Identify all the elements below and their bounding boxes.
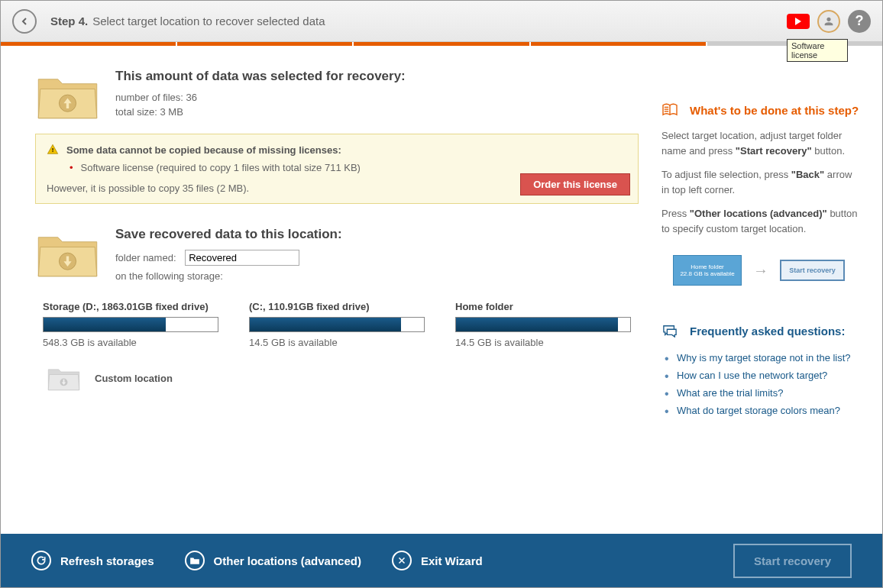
storage-hint: on the following storage: — [115, 270, 639, 282]
faq-link[interactable]: How can I use the network target? — [661, 367, 859, 384]
folder-name-input[interactable] — [185, 250, 299, 266]
license-warning: ! Some data cannot be copied because of … — [35, 134, 639, 204]
step-description: Select target location to recover select… — [92, 15, 325, 27]
refresh-storages-button[interactable]: Refresh storages — [31, 551, 154, 570]
header: Step 4. Select target location to recove… — [1, 1, 882, 42]
book-icon — [661, 103, 678, 117]
help-heading: What's to be done at this step? — [661, 103, 859, 117]
warning-title-text: Some data cannot be copied because of mi… — [66, 144, 341, 156]
user-icon — [823, 15, 835, 27]
other-locations-button[interactable]: Other locations (advanced) — [185, 551, 361, 570]
youtube-icon[interactable] — [787, 14, 810, 29]
chat-icon — [661, 324, 678, 338]
folder-grey-icon — [47, 363, 81, 393]
custom-location-option[interactable]: Custom location — [47, 363, 639, 393]
warning-icon: ! — [47, 144, 59, 156]
tooltip-software-license: Software license — [787, 39, 848, 62]
close-icon — [397, 556, 406, 565]
total-size: total size: 3 MB — [115, 106, 639, 118]
file-count: number of files: 36 — [115, 92, 639, 103]
summary-section: This amount of data was selected for rec… — [35, 69, 639, 122]
arrow-left-icon — [18, 15, 31, 27]
storage-option[interactable]: Storage (D:, 1863.01GB fixed drive) 548.… — [43, 301, 218, 348]
faq-heading: Frequently asked questions: — [661, 324, 859, 338]
save-title: Save recovered data to this location: — [115, 227, 639, 242]
folder-up-icon — [35, 69, 100, 122]
storage-option[interactable]: (C:, 110.91GB fixed drive) 14.5 GB is av… — [249, 301, 425, 348]
help-paragraph: To adjust file selection, press "Back" a… — [661, 167, 859, 197]
custom-location-label: Custom location — [95, 373, 173, 384]
save-location-section: Save recovered data to this location: fo… — [35, 227, 639, 282]
faq-link[interactable]: What do target storage colors mean? — [661, 402, 859, 419]
arrow-right-icon: → — [753, 262, 768, 279]
back-button[interactable] — [12, 9, 37, 34]
demo-illustration: Home folder22.8 GB is available → Start … — [673, 255, 859, 286]
folder-down-icon — [35, 227, 100, 280]
faq-list: Why is my target storage not in the list… — [661, 349, 859, 419]
warning-item: Software license (required to copy 1 fil… — [70, 162, 627, 173]
faq-link[interactable]: Why is my target storage not in the list… — [661, 349, 859, 367]
step-number: Step 4. — [50, 15, 88, 27]
user-button[interactable] — [817, 10, 840, 33]
refresh-icon — [36, 555, 47, 566]
folder-name-label: folder named: — [115, 252, 176, 263]
footer: Refresh storages Other locations (advanc… — [1, 534, 882, 587]
storage-option[interactable]: Home folder 14.5 GB is available — [455, 301, 631, 348]
help-button[interactable]: ? — [848, 10, 871, 33]
progress-bar — [1, 42, 882, 46]
help-paragraph: Press "Other locations (advanced)" butto… — [661, 206, 859, 236]
help-paragraph: Select target location, adjust target fo… — [661, 128, 859, 158]
summary-title: This amount of data was selected for rec… — [115, 69, 639, 84]
start-recovery-button[interactable]: Start recovery — [733, 544, 852, 578]
storage-list: Storage (D:, 1863.01GB fixed drive) 548.… — [43, 301, 631, 348]
svg-text:!: ! — [52, 147, 54, 153]
faq-link[interactable]: What are the trial limits? — [661, 384, 859, 402]
exit-wizard-button[interactable]: Exit Wizard — [392, 551, 483, 570]
order-license-button[interactable]: Order this license — [520, 173, 630, 195]
folder-icon — [189, 556, 200, 565]
